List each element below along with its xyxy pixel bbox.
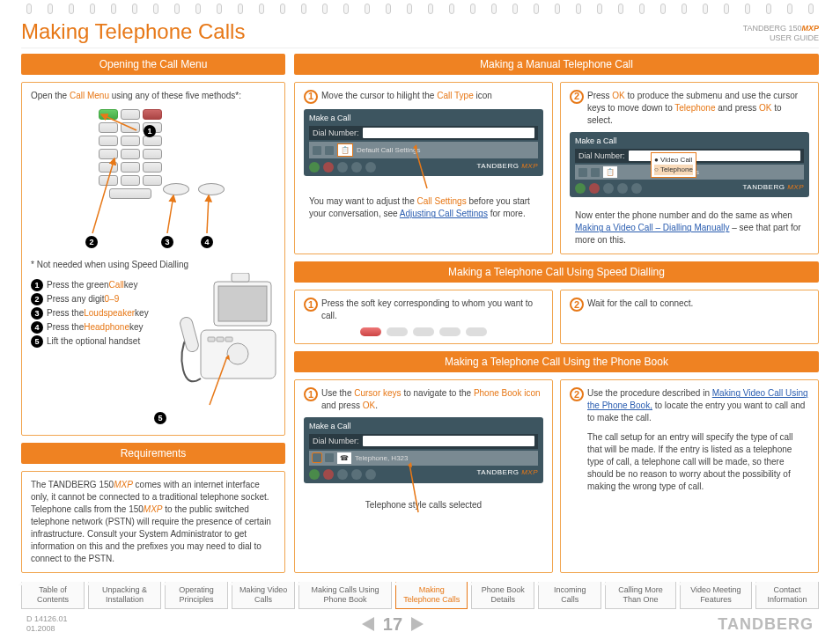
call-screen-2: Make a Call Dial Number: 📋 ● Video Call … [570, 132, 809, 197]
page-title: Making Telephone Calls [21, 19, 245, 44]
open-call-menu-box: Open the Call Menu using any of these fi… [21, 82, 285, 436]
device-illustration [174, 273, 280, 414]
svg-rect-9 [208, 337, 215, 342]
caption-telephone-selected: Telephone style calls selected [304, 499, 543, 511]
section-manual-call: Making a Manual Telephone Call [294, 54, 819, 75]
page-number: 17 [383, 614, 402, 632]
tab-unpacking[interactable]: Unpacking & Installation [88, 582, 161, 609]
svg-rect-10 [217, 337, 224, 342]
section-speed-dial: Making a Telephone Call Using Speed Dial… [294, 261, 819, 283]
svg-rect-5 [218, 286, 267, 321]
nav-tabs: Table of Contents Unpacking & Installati… [21, 582, 819, 609]
phonebook-step-2: 2Use the procedure described in Making V… [560, 379, 819, 573]
section-requirements: Requirements [21, 443, 285, 464]
guide-label: TANDBERG 150MXP USER GUIDE [743, 24, 819, 44]
doc-id: D 14126.01 01.2008 [26, 614, 68, 632]
svg-rect-11 [225, 337, 232, 342]
tab-toc[interactable]: Table of Contents [21, 582, 85, 609]
speed-dial-note: * Not needed when using Speed Dialling [31, 259, 276, 271]
tab-calling-more[interactable]: Calling More Than One [605, 582, 675, 609]
call-screen-1: Make a Call Dial Number: 📋Default Call S… [304, 109, 543, 176]
link-video-call-manual[interactable]: Making a Video Call – Dialling Manually [575, 223, 729, 232]
call-screen-3: Make a Call Dial Number: ☎Telephone, H32… [304, 417, 543, 482]
section-phone-book: Making a Telephone Call Using the Phone … [294, 351, 819, 372]
link-adjusting-call-settings[interactable]: Adjusting Call Settings [400, 209, 488, 218]
brand-logo: TANDBERG [718, 615, 814, 632]
phonebook-step-1: 1Use the Cursor keys to navigate to the … [294, 379, 553, 573]
speed-step-2: 2Wait for the call to connect. [560, 290, 819, 344]
speed-step-1: 1Press the soft key corresponding to who… [294, 290, 553, 344]
tab-phonebook-details[interactable]: Phone Book Details [471, 582, 534, 609]
soft-keys-diagram [304, 327, 543, 336]
keypad-diagram: 1 2 3 4 [31, 106, 276, 255]
svg-rect-6 [232, 273, 249, 282]
tab-meeting-features[interactable]: Video Meeting Features [680, 582, 752, 609]
next-page-arrow[interactable] [411, 617, 424, 631]
spiral-binding [26, 4, 814, 16]
manual-step-2: 2Press OK to produce the submenu and use… [560, 82, 819, 254]
section-open-call-menu: Opening the Call Menu [21, 54, 285, 75]
prev-page-arrow[interactable] [362, 617, 374, 631]
svg-point-8 [227, 343, 248, 364]
tab-incoming[interactable]: Incoming Calls [538, 582, 601, 609]
tab-telephone-calls[interactable]: Making Telephone Calls [395, 582, 468, 609]
svg-line-3 [207, 195, 209, 233]
tab-operating[interactable]: Operating Principles [165, 582, 228, 609]
tab-calls-phonebook[interactable]: Making Calls Using Phone Book [298, 582, 392, 609]
tab-video-calls[interactable]: Making Video Calls [232, 582, 295, 609]
requirements-box: The TANDBERG 150MXP comes with an intern… [21, 471, 285, 573]
manual-step-1: 1Move the cursor to hilight the Call Typ… [294, 82, 553, 254]
tab-contact[interactable]: Contact Information [755, 582, 819, 609]
